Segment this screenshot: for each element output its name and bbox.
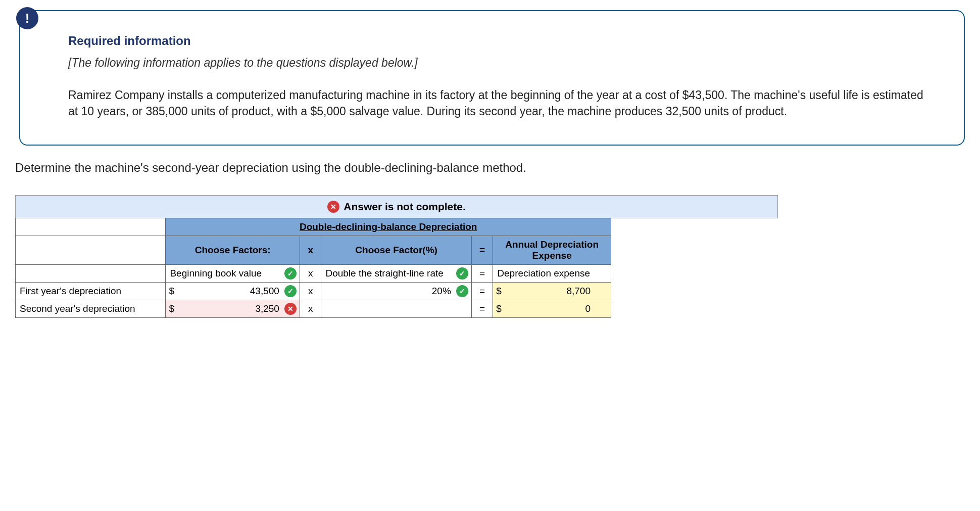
info-icon: !	[16, 7, 38, 29]
guide-x: x	[300, 265, 321, 283]
check-icon: ✓	[284, 285, 297, 297]
table-title: Double-declining-balance Depreciation	[166, 218, 611, 236]
guide-pct-select[interactable]: Double the straight-line rate ✓	[321, 265, 471, 283]
cross-icon: ✕	[327, 201, 339, 213]
row-label-first-year: First year's depreciation	[16, 283, 166, 300]
guide-factor-select[interactable]: Beginning book value ✓	[166, 265, 300, 283]
answer-status-text: Answer is not complete.	[344, 201, 466, 213]
first-year-pct-input[interactable]: 20% ✓	[321, 283, 471, 300]
first-year-value-input[interactable]: $ 43,500 ✓	[166, 283, 300, 300]
second-year-value-input[interactable]: $ 3,250 ✕	[166, 300, 300, 318]
cross-icon: ✕	[284, 303, 297, 315]
guide-row: Beginning book value ✓ x Double the stra…	[16, 265, 611, 283]
header-equals: =	[471, 236, 493, 265]
depreciation-table: Double-declining-balance Depreciation Ch…	[15, 218, 611, 318]
header-choose-factor-pct: Choose Factor(%)	[321, 236, 471, 265]
required-information-box: ! Required information [The following in…	[19, 10, 965, 146]
second-year-result: $ 0	[493, 300, 611, 318]
check-icon: ✓	[284, 267, 297, 280]
guide-result-label: Depreciation expense	[493, 265, 611, 283]
question-text: Determine the machine's second-year depr…	[15, 161, 965, 175]
check-icon: ✓	[456, 285, 468, 297]
header-annual-depreciation: Annual Depreciation Expense	[493, 236, 611, 265]
table-row: First year's depreciation $ 43,500 ✓ x 2…	[16, 283, 611, 300]
info-subtitle: [The following information applies to th…	[68, 56, 928, 70]
first-year-result: $ 8,700	[493, 283, 611, 300]
guide-eq: =	[471, 265, 493, 283]
table-row: Second year's depreciation $ 3,250 ✕ x =…	[16, 300, 611, 318]
info-body: Ramirez Company installs a computerized …	[68, 87, 928, 119]
answer-status-banner: ✕ Answer is not complete.	[15, 195, 778, 218]
check-icon: ✓	[456, 267, 468, 280]
header-x: x	[300, 236, 321, 265]
header-choose-factors: Choose Factors:	[166, 236, 300, 265]
info-title: Required information	[68, 34, 928, 48]
row-label-second-year: Second year's depreciation	[16, 300, 166, 318]
second-year-pct-input[interactable]	[321, 300, 471, 318]
